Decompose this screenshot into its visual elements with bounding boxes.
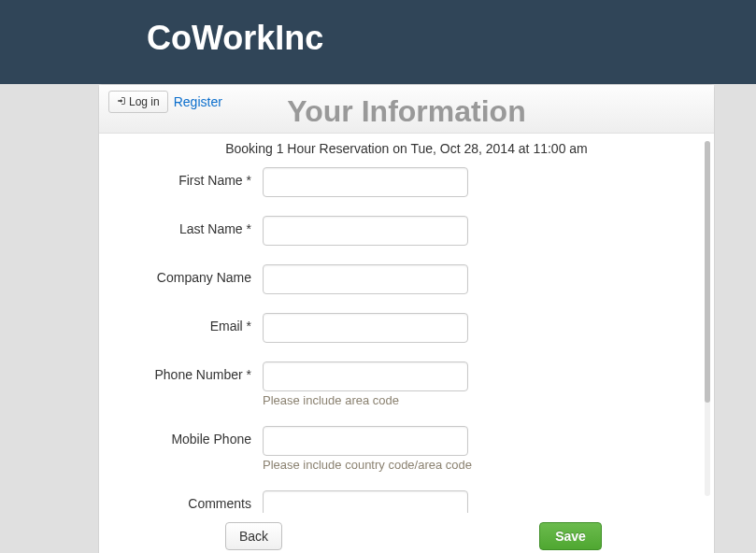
app-header: CoWorkInc xyxy=(0,0,756,84)
register-link[interactable]: Register xyxy=(174,94,222,109)
panel-body: Booking 1 Hour Reservation on Tue, Oct 2… xyxy=(99,134,714,545)
phone-help-text: Please include area code xyxy=(263,393,468,407)
first-name-row: First Name * xyxy=(118,167,695,197)
first-name-input[interactable] xyxy=(263,167,468,197)
phone-input[interactable] xyxy=(263,362,468,391)
first-name-label: First Name * xyxy=(118,167,263,188)
email-label: Email * xyxy=(118,313,263,333)
login-label: Log in xyxy=(129,95,160,108)
email-row: Email * xyxy=(118,313,695,343)
mobile-help-text: Please include country code/area code xyxy=(263,458,472,472)
last-name-label: Last Name * xyxy=(118,216,263,236)
last-name-input[interactable] xyxy=(263,216,468,246)
last-name-row: Last Name * xyxy=(118,216,695,246)
phone-row: Phone Number * Please include area code xyxy=(118,362,695,407)
panel-header: Log in Register Your Information xyxy=(99,85,714,134)
email-input[interactable] xyxy=(263,313,468,343)
scrollbar-track[interactable] xyxy=(705,141,710,496)
save-button[interactable]: Save xyxy=(539,522,602,550)
content-panel: Log in Register Your Information Booking… xyxy=(98,84,715,553)
scrollbar-thumb[interactable] xyxy=(705,141,710,403)
mobile-label: Mobile Phone xyxy=(118,426,263,447)
button-bar: Back Save xyxy=(99,513,714,553)
brand-name: CoWorkInc xyxy=(147,19,756,58)
login-button[interactable]: Log in xyxy=(108,91,168,113)
company-name-label: Company Name xyxy=(118,264,263,285)
mobile-input[interactable] xyxy=(263,426,468,456)
back-button[interactable]: Back xyxy=(225,522,282,550)
booking-summary: Booking 1 Hour Reservation on Tue, Oct 2… xyxy=(118,141,695,156)
company-name-row: Company Name xyxy=(118,264,695,294)
mobile-row: Mobile Phone Please include country code… xyxy=(118,426,695,472)
auth-buttons: Log in Register xyxy=(108,91,705,113)
page-background: Log in Register Your Information Booking… xyxy=(0,84,756,553)
comments-label: Comments xyxy=(118,490,263,511)
login-icon xyxy=(117,95,126,108)
phone-label: Phone Number * xyxy=(118,362,263,382)
company-name-input[interactable] xyxy=(263,264,468,294)
